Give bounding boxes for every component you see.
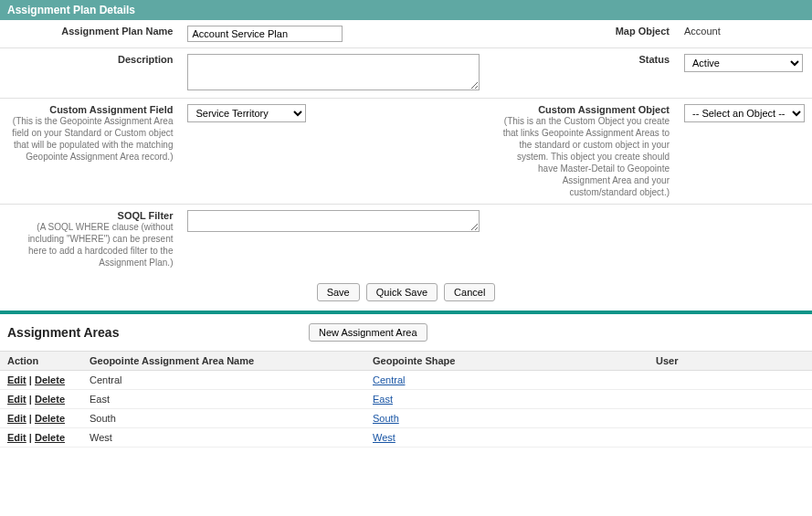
shape-link[interactable]: East [373,394,393,405]
custom-object-select[interactable]: -- Select an Object -- [684,104,805,122]
plan-name-input[interactable] [187,26,343,42]
save-button[interactable]: Save [317,283,360,301]
table-row: Edit | DeleteCentralCentral [0,371,812,390]
area-user [649,371,812,390]
description-input[interactable] [187,54,480,90]
soql-filter-help: (A SOQL WHERE clause (without including … [7,221,173,269]
table-row: Edit | DeleteWestWest [0,428,812,448]
shape-link[interactable]: West [373,432,395,443]
details-section: Assignment Plan Name Map Object Account … [0,20,812,311]
custom-object-help: (This is an the Custom Object you create… [494,115,670,198]
new-assignment-area-button[interactable]: New Assignment Area [309,323,427,342]
area-user [649,428,812,448]
status-label: Status [638,54,670,65]
soql-filter-label: SOQL Filter [118,210,174,221]
edit-link[interactable]: Edit [7,432,26,443]
delete-link[interactable]: Delete [35,432,65,443]
section-title: Assignment Plan Details [7,4,135,16]
shape-link[interactable]: South [373,413,399,424]
action-separator: | [26,413,35,424]
areas-title: Assignment Areas [7,325,309,340]
col-action: Action [0,352,82,371]
edit-link[interactable]: Edit [7,413,26,424]
edit-link[interactable]: Edit [7,394,26,405]
map-object-value: Account [684,26,721,37]
area-user [649,409,812,428]
section-header: Assignment Plan Details [0,0,812,20]
delete-link[interactable]: Delete [35,394,65,405]
table-row: Edit | DeleteEastEast [0,390,812,409]
area-name: Central [82,371,365,390]
areas-header: Assignment Areas New Assignment Area [0,314,812,351]
col-name: Geopointe Assignment Area Name [82,352,365,371]
map-object-label: Map Object [616,26,670,37]
area-name: West [82,428,365,448]
shape-link[interactable]: Central [373,374,405,385]
button-row: Save Quick Save Cancel [0,274,812,311]
quick-save-button[interactable]: Quick Save [366,283,438,301]
cancel-button[interactable]: Cancel [444,283,495,301]
action-separator: | [26,432,35,443]
col-user: User [649,352,812,371]
area-name: East [82,390,365,409]
action-separator: | [26,374,35,385]
soql-filter-input[interactable] [187,210,480,232]
plan-name-label: Assignment Plan Name [61,26,173,37]
custom-field-select[interactable]: Service Territory [187,104,306,122]
area-name: South [82,409,365,428]
table-row: Edit | DeleteSouthSouth [0,409,812,428]
description-label: Description [118,54,174,65]
areas-table: Action Geopointe Assignment Area Name Ge… [0,351,812,448]
custom-field-label: Custom Assignment Field [49,104,173,115]
custom-object-label: Custom Assignment Object [538,104,670,115]
area-user [649,390,812,409]
col-shape: Geopointe Shape [365,352,649,371]
edit-link[interactable]: Edit [7,374,26,385]
delete-link[interactable]: Delete [35,374,65,385]
action-separator: | [26,394,35,405]
custom-field-help: (This is the Geopointe Assignment Area f… [7,115,173,163]
status-select[interactable]: Active [684,54,803,72]
delete-link[interactable]: Delete [35,413,65,424]
